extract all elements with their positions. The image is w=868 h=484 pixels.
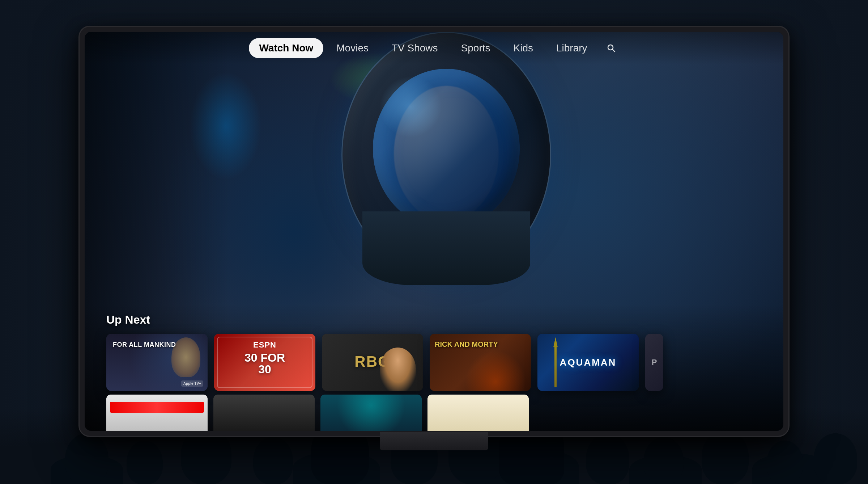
partial-label: P xyxy=(652,358,657,367)
cards-row: FOR ALL MANKIND Apple TV+ ESPN 30 FOR 30… xyxy=(106,334,762,391)
head-silhouette xyxy=(586,433,629,484)
card-partial: P xyxy=(645,334,663,391)
bottom-card-news[interactable] xyxy=(106,395,208,431)
nav-item-sports[interactable]: Sports xyxy=(451,38,501,58)
card-aquaman[interactable]: AQUAMAN xyxy=(537,334,639,391)
head-silhouette xyxy=(644,437,684,484)
head-silhouette xyxy=(814,433,857,484)
bottom-card-kids[interactable] xyxy=(427,395,529,431)
nav-item-watch-now[interactable]: Watch Now xyxy=(249,38,323,58)
tv-frame: Watch Now Movies TV Shows Sports Kids Li… xyxy=(80,27,788,436)
head-silhouette xyxy=(702,430,749,484)
up-next-label: Up Next xyxy=(106,313,762,327)
card-espn-30-for-30[interactable]: ESPN 30 FOR 30 xyxy=(214,334,315,391)
card-for-all-mankind[interactable]: FOR ALL MANKIND Apple TV+ xyxy=(106,334,208,391)
bottom-card-dark[interactable] xyxy=(213,395,315,431)
nav-item-movies[interactable]: Movies xyxy=(326,38,379,58)
tv-stand xyxy=(380,432,488,450)
up-next-section: Up Next FOR ALL MANKIND Apple TV+ ESPN 3… xyxy=(85,313,783,391)
nav-bar: Watch Now Movies TV Shows Sports Kids Li… xyxy=(85,32,783,64)
card-title-aquaman: AQUAMAN xyxy=(560,357,617,368)
appletv-badge: Apple TV+ xyxy=(181,380,203,387)
head-silhouette xyxy=(253,437,293,484)
helmet xyxy=(341,32,551,278)
bottom-card-teal[interactable] xyxy=(320,395,422,431)
nav-item-kids[interactable]: Kids xyxy=(503,38,543,58)
svg-line-1 xyxy=(612,49,615,52)
search-button[interactable] xyxy=(603,40,619,56)
suit-collar xyxy=(362,211,530,285)
bottom-row xyxy=(85,395,783,431)
card-rick-and-morty[interactable]: RICK AND MORTY xyxy=(430,334,531,391)
head-silhouette xyxy=(767,441,803,484)
card-rbg[interactable]: RBG xyxy=(322,334,423,391)
tv-screen: Watch Now Movies TV Shows Sports Kids Li… xyxy=(85,32,783,431)
rm-scene xyxy=(460,345,531,391)
espn-logo: ESPN xyxy=(253,340,276,350)
nav-item-tv-shows[interactable]: TV Shows xyxy=(382,38,448,58)
card-title-espn: 30 FOR 30 xyxy=(239,352,290,375)
head-silhouette xyxy=(127,441,163,484)
head-silhouette xyxy=(65,433,109,484)
nav-item-library[interactable]: Library xyxy=(546,38,597,58)
card-title-for-all-mankind: FOR ALL MANKIND xyxy=(113,341,176,349)
rbg-portrait xyxy=(380,348,416,391)
